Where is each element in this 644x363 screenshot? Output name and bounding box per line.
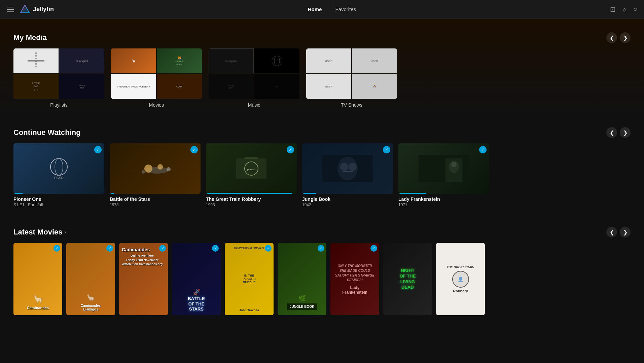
- movies-label: Movies: [149, 102, 164, 108]
- lm-prev[interactable]: ❮: [606, 227, 617, 238]
- svg-point-7: [50, 158, 67, 175]
- cw-card-lady[interactable]: ✓ Lady Frankenstein 1971: [398, 143, 489, 207]
- pioneer-progress: [13, 193, 23, 194]
- cam2-check: ✓: [106, 245, 113, 252]
- main-content: My Media ❮ ❯ binarypilot LITTLEBARSTA: [0, 0, 644, 329]
- svg-text:person: person: [247, 168, 255, 171]
- cam3-check: ✓: [159, 245, 166, 252]
- cast-icon[interactable]: ⊡: [610, 5, 616, 13]
- cam1-check: ✓: [53, 245, 60, 252]
- media-card-tv[interactable]: USSR USSR USSR 👩‍🚀 TV Shows: [306, 48, 397, 108]
- cw-card-robbery[interactable]: person ✓ The Great Train Robbery 1903: [206, 143, 297, 207]
- nav-favorites[interactable]: Favorites: [335, 6, 356, 12]
- music-thumb-3: binarypilot: [209, 74, 254, 99]
- music-thumb-2: [254, 48, 299, 73]
- media-card-movies[interactable]: 🦙 🐯JUNGLEBOOK THE GREAT TRAIN ROBBERY CA…: [111, 48, 202, 108]
- media-card-music[interactable]: binarypilot binarypilot ● Music: [209, 48, 299, 108]
- header: Jellyfin Home Favorites ⊡ ⌕ ○: [0, 0, 644, 19]
- stars-check: ✓: [190, 146, 198, 153]
- lm-thumb-cam2: 🦙 CaminandesLlamigos ✓: [66, 243, 115, 315]
- latest-movies-title-link[interactable]: Latest Movies ›: [13, 228, 66, 237]
- cw-title: Continue Watching: [13, 128, 81, 137]
- cw-row: USSR ✓ Pioneer One S1:E1 - Earthfall: [13, 143, 631, 207]
- svg-point-23: [349, 163, 357, 171]
- movie-thumb-1: 🦙: [111, 48, 156, 73]
- lm-thumb-ladyfrank: ONLY THE MONSTERSHE MADE COULDSATISFY HE…: [330, 243, 379, 315]
- music-grid: binarypilot binarypilot ●: [209, 48, 299, 99]
- my-media-next[interactable]: ❯: [620, 32, 631, 43]
- cw-card-stars[interactable]: ✓ Battle of the Stars 1978: [110, 143, 201, 207]
- lm-next[interactable]: ❯: [620, 227, 631, 238]
- my-media-title: My Media: [13, 33, 47, 42]
- latest-movies-chevron: ›: [65, 229, 66, 235]
- movies-grid: 🦙 🐯JUNGLEBOOK THE GREAT TRAIN ROBBERY CA…: [111, 48, 202, 99]
- playlist-thumb-3: LITTLEBARSTA: [13, 74, 59, 99]
- cw-card-pioneer[interactable]: USSR ✓ Pioneer One S1:E1 - Earthfall: [13, 143, 104, 207]
- lm-nav: ❮ ❯: [606, 227, 631, 238]
- ladyfrank-check: ✓: [370, 245, 377, 252]
- lm-card-cam3[interactable]: Caminandes Online PremiereFriday 22nd No…: [119, 243, 168, 315]
- cw-next[interactable]: ❯: [620, 127, 631, 138]
- jungle-sub: 1942: [302, 203, 393, 207]
- playlist-thumb-2: binarypilot: [59, 48, 104, 73]
- tv-thumb-2: USSR: [352, 48, 397, 73]
- playlists-label: Playlists: [50, 102, 67, 108]
- movie-thumb-2: 🐯JUNGLEBOOK: [157, 48, 202, 73]
- robbery-title: The Great Train Robbery: [206, 196, 297, 202]
- cw-thumb-pioneer: USSR ✓: [13, 143, 104, 194]
- robbery-check: ✓: [287, 146, 294, 153]
- lm-card-notld[interactable]: NIGHTOF THELIVINGDEAD: [383, 243, 432, 315]
- profile-icon[interactable]: ○: [633, 5, 637, 13]
- lm-header: Latest Movies › ❮ ❯: [13, 227, 631, 238]
- playlists-grid: binarypilot LITTLEBARSTA binarypilot: [13, 48, 104, 99]
- svg-point-13: [167, 167, 171, 171]
- lm-card-battle[interactable]: 🚀 BATTLEOF THESTARS ✓: [172, 243, 221, 315]
- lm-thumb-battle: 🚀 BATTLEOF THESTARS ✓: [172, 243, 221, 315]
- lm-card-bubble[interactable]: Hollywood History 1976 IN THEPLASTICBUBB…: [225, 243, 274, 315]
- my-media-row: binarypilot LITTLEBARSTA binarypilot Pla…: [13, 48, 631, 108]
- search-icon[interactable]: ⌕: [622, 5, 627, 13]
- tv-label: TV Shows: [341, 102, 362, 108]
- lm-card-robbery2[interactable]: THE GREAT TRAIN 👤 Robbery: [436, 243, 485, 315]
- lm-card-cam2[interactable]: 🦙 CaminandesLlamigos ✓: [66, 243, 115, 315]
- media-card-playlists[interactable]: binarypilot LITTLEBARSTA binarypilot Pla…: [13, 48, 104, 108]
- logo[interactable]: Jellyfin: [20, 4, 54, 15]
- lm-row: 🦙 Caminandes ✓ 🦙 CaminandesLlamigos ✓: [13, 243, 631, 315]
- nav-home[interactable]: Home: [308, 6, 322, 12]
- menu-button[interactable]: [7, 7, 14, 12]
- stars-title: Battle of the Stars: [110, 196, 201, 202]
- lm-title: Latest Movies: [13, 228, 63, 237]
- lm-thumb-robbery2: THE GREAT TRAIN 👤 Robbery: [436, 243, 485, 315]
- tv-thumb-4: 👩‍🚀: [352, 74, 397, 99]
- lady-title: Lady Frankenstein: [398, 196, 489, 202]
- cw-thumb-stars: ✓: [110, 143, 201, 194]
- latest-movies-section: Latest Movies › ❮ ❯ 🦙 Caminandes ✓: [0, 217, 644, 329]
- my-media-section: My Media ❮ ❯ binarypilot LITTLEBARSTA: [0, 19, 644, 111]
- lm-card-jungle2[interactable]: 🌿 JUNGLE BOOK ✓: [278, 243, 326, 315]
- jungle-progress: [302, 193, 316, 194]
- svg-point-14: [142, 170, 145, 174]
- my-media-prev[interactable]: ❮: [606, 32, 617, 43]
- battle-check: ✓: [212, 245, 219, 252]
- cw-card-jungle[interactable]: ✓ Jungle Book 1942: [302, 143, 393, 207]
- my-media-nav: ❮ ❯: [606, 32, 631, 43]
- continue-watching-section: Continue Watching ❮ ❯ USSR: [0, 118, 644, 211]
- pioneer-check: ✓: [94, 146, 102, 153]
- tv-thumb-1: USSR: [306, 48, 351, 73]
- pioneer-sub: S1:E1 - Earthfall: [13, 203, 104, 207]
- main-nav: Home Favorites: [54, 6, 610, 12]
- stars-sub: 1978: [110, 203, 201, 207]
- music-label: Music: [248, 102, 260, 108]
- robbery-sub: 1903: [206, 203, 297, 207]
- lm-card-cam1[interactable]: 🦙 Caminandes ✓: [13, 243, 62, 315]
- playlist-thumb-1: [13, 48, 59, 73]
- lady-progress: [398, 193, 426, 194]
- svg-text:USSR: USSR: [54, 176, 64, 180]
- cw-prev[interactable]: ❮: [606, 127, 617, 138]
- my-media-header: My Media ❮ ❯: [13, 32, 631, 43]
- jungle2-check: ✓: [318, 245, 324, 252]
- cw-header: Continue Watching ❮ ❯: [13, 127, 631, 138]
- lm-card-ladyfrank[interactable]: ONLY THE MONSTERSHE MADE COULDSATISFY HE…: [330, 243, 379, 315]
- music-thumb-4: ●: [254, 74, 299, 99]
- cw-thumb-robbery: person ✓: [206, 143, 297, 194]
